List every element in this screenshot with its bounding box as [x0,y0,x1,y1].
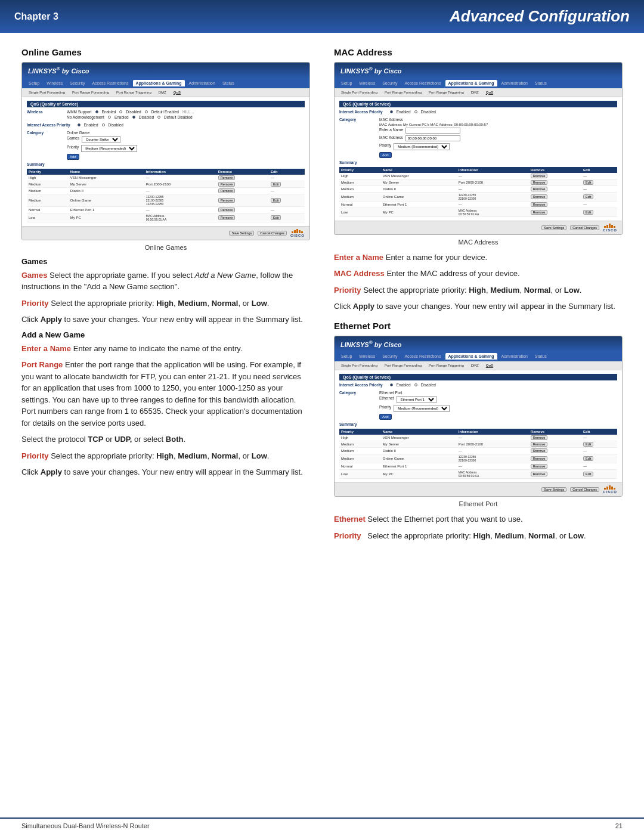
remove-btn[interactable]: Remove [531,180,547,185]
mac-nav-status[interactable]: Status [532,80,550,86]
sub-qos[interactable]: QoS [171,89,184,95]
page-title: Advanced Configuration [450,7,630,26]
nav-wireless[interactable]: Wireless [44,80,66,86]
nav-setup[interactable]: Setup [26,80,42,86]
enabled-radio[interactable] [95,110,98,113]
bar3 [296,229,298,233]
eth-nav-access[interactable]: Access Restrictions [401,353,444,360]
remove-btn[interactable]: Remove [531,464,547,469]
nav-status[interactable]: Status [219,80,237,86]
remove-btn[interactable]: Remove [218,188,235,193]
eth-nav-admin[interactable]: Administration [499,353,531,360]
mac-nav-security[interactable]: Security [379,80,400,86]
eth-nav-status[interactable]: Status [532,353,550,360]
mac-sub-single[interactable]: Single Port Forwarding [338,89,380,95]
remove-btn[interactable]: Remove [218,175,235,180]
eth-cancel-btn[interactable]: Cancel Changes [570,487,599,492]
priority-select[interactable]: Medium (Recommended) [81,145,137,152]
eth-nav-wireless[interactable]: Wireless [356,353,378,360]
edit-btn[interactable]: Edit [271,182,281,187]
mac-nav-wireless[interactable]: Wireless [356,80,378,86]
eth-sub-range-fwd[interactable]: Port Range Forwarding [382,363,425,368]
nav-security[interactable]: Security [67,80,88,86]
mac-enter-name-row: Enter a Name [379,128,488,134]
mac-address-label: MAC Address [379,135,403,140]
mac-sub-qos[interactable]: QoS [483,89,496,95]
remove-btn[interactable]: Remove [531,202,547,207]
remove-btn[interactable]: Remove [531,187,547,191]
games-select[interactable]: Counter Strike [82,136,120,143]
cancel-changes-btn[interactable]: Cancel Changes [258,231,287,236]
sub-port-range-trig[interactable]: Port Range Triggering [113,89,154,95]
eth-router-footer: Save Settings Cancel Changes CISCO [335,482,622,496]
eth-iap-section: Internet Access Priority Enabled Disable… [339,383,617,388]
eth-sub-qos[interactable]: QoS [483,363,496,368]
iap-enabled[interactable] [78,123,80,126]
eth-priority-select[interactable]: Medium (Recommended) [394,405,450,412]
edit-btn[interactable]: Edit [583,442,593,447]
remove-btn[interactable]: Remove [531,194,547,199]
mac-nav-access[interactable]: Access Restrictions [401,80,444,86]
remove-btn[interactable]: Remove [531,472,547,476]
remove-btn[interactable]: Remove [218,198,235,203]
edit-btn[interactable]: Edit [583,472,593,476]
eth-nav-setup[interactable]: Setup [338,353,355,360]
edit-btn[interactable]: Edit [583,210,593,215]
mac-address-input[interactable] [405,135,460,141]
edit-btn[interactable]: Edit [583,180,593,185]
eth-nav-security[interactable]: Security [379,353,400,360]
remove-btn[interactable]: Remove [531,448,547,453]
eth-add-button[interactable]: Add [379,414,392,420]
disabled-radio[interactable] [119,110,122,113]
edit-btn[interactable]: Edit [583,456,593,461]
sub-port-range-fwd[interactable]: Port Range Forwarding [69,89,112,95]
eth-disabled[interactable] [414,383,417,386]
eth-sub-range-trig[interactable]: Port Range Triggering [426,363,467,368]
add-button[interactable]: Add [67,154,79,160]
remove-btn[interactable]: Remove [218,182,235,187]
eth-sub-dmz[interactable]: DMZ [468,363,482,368]
no-ack-disabled[interactable] [132,116,135,119]
mac-enabled[interactable] [390,110,393,113]
default-radio[interactable] [145,110,148,113]
remove-btn[interactable]: Remove [531,174,547,178]
mac-sub-range-trig[interactable]: Port Range Triggering [426,89,467,95]
remove-btn[interactable]: Remove [531,456,547,461]
remove-btn[interactable]: Remove [218,215,235,220]
mac-sub-range-fwd[interactable]: Port Range Forwarding [382,89,425,95]
sub-single-port[interactable]: Single Port Forwarding [26,89,68,95]
mac-add-button[interactable]: Add [379,152,392,158]
mac-iap-label: Internet Access Priority [339,110,383,115]
mac-nav-apps[interactable]: Applications & Gaming [445,80,497,86]
eth-port-row: Ethernet Ethernet Port 1 [379,396,450,403]
edit-btn[interactable]: Edit [271,215,281,220]
remove-btn[interactable]: Remove [218,208,235,212]
enter-name-para: Enter a Name Enter any name to indicate … [21,343,310,355]
eth-save-btn[interactable]: Save Settings [541,487,566,492]
sub-dmz[interactable]: DMZ [156,89,169,95]
remove-btn[interactable]: Remove [531,435,547,440]
no-ack-enabled[interactable] [108,116,111,119]
eth-sub-single[interactable]: Single Port Forwarding [338,363,380,368]
save-settings-btn[interactable]: Save Settings [229,231,254,236]
mac-nav-setup[interactable]: Setup [338,80,355,86]
nav-admin[interactable]: Administration [186,80,218,86]
mac-name-input[interactable] [405,128,460,134]
mac-priority-select[interactable]: Medium (Recommended) [394,143,450,150]
nav-apps-gaming[interactable]: Applications & Gaming [133,80,185,86]
mac-sub-dmz[interactable]: DMZ [468,89,482,95]
mac-save-btn[interactable]: Save Settings [541,225,566,230]
eth-enabled[interactable] [390,383,393,386]
no-ack-default[interactable] [157,116,160,119]
remove-btn[interactable]: Remove [531,442,547,447]
edit-btn[interactable]: Edit [271,198,281,203]
iap-disabled[interactable] [102,123,105,126]
eth-port-select[interactable]: Ethernet Port 1 [397,396,436,403]
mac-cancel-btn[interactable]: Cancel Changes [570,225,599,230]
nav-access[interactable]: Access Restrictions [89,80,131,86]
edit-btn[interactable]: Edit [583,194,593,199]
remove-btn[interactable]: Remove [531,210,547,215]
eth-nav-apps[interactable]: Applications & Gaming [445,353,497,360]
mac-nav-admin[interactable]: Administration [499,80,531,86]
mac-disabled[interactable] [414,110,417,113]
